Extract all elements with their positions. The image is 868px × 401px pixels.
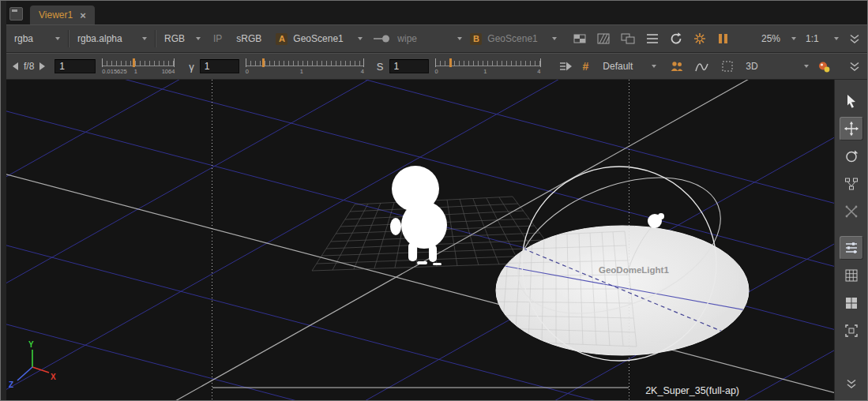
viewer-side-toolbar <box>834 80 867 400</box>
wipe-mode-select[interactable]: wipe <box>396 32 464 46</box>
chevron-down-icon <box>55 37 60 40</box>
collapse-chevrons-icon[interactable] <box>848 60 861 73</box>
separator <box>68 30 70 47</box>
curve-icon[interactable] <box>694 59 709 73</box>
a-badge: A <box>276 33 287 45</box>
axis-y-label: Y <box>28 340 34 349</box>
tick-label: 1 <box>134 68 137 75</box>
chevron-down-icon <box>457 37 462 40</box>
gain-slider[interactable]: 0.015625 1 1064 <box>102 56 175 77</box>
viewer-process-select[interactable]: Default <box>601 59 658 73</box>
chevron-down-icon <box>142 37 147 40</box>
frame-tool[interactable] <box>840 319 863 343</box>
chevron-down-icon <box>834 37 839 40</box>
tab-title: Viewer1 <box>39 9 73 21</box>
tick-label: 1 <box>300 68 303 75</box>
sliders-tool[interactable] <box>840 236 863 260</box>
slider-track <box>102 61 175 66</box>
monitors-icon[interactable] <box>620 32 636 46</box>
select-tool[interactable] <box>840 89 863 113</box>
grid-tool[interactable] <box>840 264 863 287</box>
tick-label: 4 <box>537 68 540 75</box>
separator <box>155 30 156 47</box>
chevron-down-icon <box>652 65 656 68</box>
pane-menu-icon[interactable] <box>9 7 23 21</box>
quad-view-tool[interactable] <box>840 291 863 315</box>
viewer-toolbar-controls: f/8 0.015625 1 1064 γ 0 1 4 S 0 1 4 <box>6 53 867 80</box>
roi-icon[interactable] <box>720 59 735 73</box>
tick-label: 1064 <box>162 68 175 75</box>
people-icon[interactable] <box>669 59 685 73</box>
slider-marker[interactable] <box>133 58 135 67</box>
axis-z-label: Z <box>9 380 13 389</box>
gamma-label: γ <box>189 61 194 73</box>
display-channel-select[interactable]: RGB <box>163 32 202 46</box>
input-b-select[interactable]: B GeoScene1 <box>470 32 558 46</box>
format-label: 2K_Super_35(full-ap) <box>645 385 739 396</box>
viewport-canvas: GeoDomeLight1 Y X Z 2K_Super_3 <box>6 80 834 400</box>
viewer-window: Viewer1 × rgba rgba.alpha RGB IP sRGB A … <box>0 0 868 401</box>
rows-icon[interactable] <box>645 32 659 46</box>
gamma-input[interactable] <box>200 59 239 73</box>
checkerboard-icon[interactable] <box>573 32 587 46</box>
alpha-channel-select[interactable]: rgba.alpha <box>76 32 148 46</box>
viewer-toolbar-top: rgba rgba.alpha RGB IP sRGB A GeoScene1 … <box>6 24 867 53</box>
proxy-icon[interactable] <box>558 59 573 73</box>
snap-grid-icon[interactable]: # <box>583 60 589 73</box>
collapse-chevrons-icon[interactable] <box>840 372 863 395</box>
input-a-select[interactable]: A GeoScene1 <box>276 32 364 46</box>
dome-light-label: GeoDomeLight1 <box>599 265 669 275</box>
chevron-down-icon <box>552 37 557 40</box>
chevron-down-icon <box>358 37 363 40</box>
refresh-icon[interactable] <box>669 32 683 46</box>
color-swatch-icon[interactable] <box>817 59 831 73</box>
scene-graph-tool[interactable] <box>840 172 863 196</box>
chevron-down-icon <box>196 37 201 40</box>
proxy-ratio-select[interactable]: 1:1 <box>804 32 840 46</box>
translate-tool[interactable] <box>840 117 863 141</box>
view-mode-select[interactable]: 3D <box>744 59 810 73</box>
wipe-toggle-icon[interactable] <box>372 33 391 44</box>
tick-label: 0.015625 <box>102 68 126 75</box>
collapse-chevrons-icon[interactable] <box>848 32 861 45</box>
input-process-button[interactable]: IP <box>213 33 222 44</box>
tick-label: 0 <box>246 68 249 75</box>
next-arrow-icon[interactable] <box>39 62 45 70</box>
light-blob[interactable] <box>658 213 664 219</box>
saturation-input[interactable] <box>389 59 429 73</box>
layer-select[interactable]: rgba <box>13 32 62 46</box>
tick-label: 0 <box>435 68 438 75</box>
slider-marker[interactable] <box>449 58 452 67</box>
prev-arrow-icon[interactable] <box>13 62 18 70</box>
rotate-tool[interactable] <box>840 144 863 168</box>
axis-tool[interactable] <box>840 200 863 223</box>
stripes-icon[interactable] <box>596 32 611 46</box>
zoom-select[interactable]: 25% <box>760 32 798 46</box>
close-icon[interactable]: × <box>80 9 86 21</box>
axis-x-label: X <box>51 373 56 381</box>
pause-icon[interactable] <box>716 32 729 46</box>
tab-bar: Viewer1 × <box>6 1 867 24</box>
viewer-colorspace-button[interactable]: sRGB <box>236 33 261 44</box>
b-badge: B <box>470 33 482 45</box>
tab-viewer1[interactable]: Viewer1 × <box>29 5 96 24</box>
tick-label: 4 <box>361 68 364 75</box>
saturation-label: S <box>377 61 384 73</box>
tick-label: 1 <box>483 68 487 75</box>
slider-marker[interactable] <box>262 58 265 67</box>
gear-icon[interactable] <box>693 32 707 46</box>
gain-input[interactable] <box>54 59 96 73</box>
chevron-down-icon <box>804 65 809 68</box>
chevron-down-icon <box>791 37 796 40</box>
saturation-slider[interactable]: 0 1 4 <box>435 56 541 77</box>
gamma-slider[interactable]: 0 1 4 <box>246 56 364 77</box>
3d-viewport[interactable]: GeoDomeLight1 Y X Z 2K_Super_3 <box>6 80 834 400</box>
fstop-label[interactable]: f/8 <box>24 61 34 72</box>
